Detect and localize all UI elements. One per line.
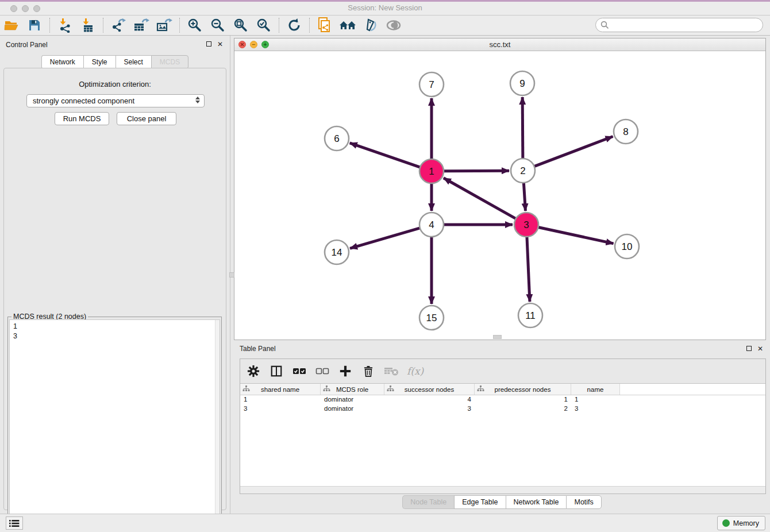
export-table-icon[interactable] (132, 17, 151, 34)
node-label-3: 3 (523, 219, 529, 230)
task-history-button[interactable] (6, 516, 23, 530)
export-network-icon[interactable] (109, 17, 128, 34)
mcds-result-lines: 1 3 (10, 320, 220, 343)
network-graph[interactable]: 7968124314101511 (234, 51, 765, 340)
edge-3-10[interactable] (538, 227, 614, 243)
column-header-name[interactable]: name (571, 384, 620, 395)
control-panel-header: Control Panel ✕ (0, 36, 230, 53)
cell-shared-name[interactable]: 3 (240, 404, 321, 414)
column-header-predecessor-nodes[interactable]: predecessor nodes (475, 384, 571, 395)
table-body[interactable]: 1dominator4113dominator323 (240, 395, 765, 486)
horizontal-splitter-handle[interactable] (493, 335, 502, 339)
network-window-titlebar[interactable]: ✕ − + scc.txt (234, 38, 765, 51)
edge-3-1[interactable] (444, 178, 516, 219)
edge-1-6[interactable] (350, 143, 420, 167)
column-header-shared-name[interactable]: shared name (240, 384, 321, 395)
select-all-columns-icon[interactable] (292, 364, 307, 379)
node-label-4: 4 (429, 219, 434, 230)
table-tab-motifs[interactable]: Motifs (566, 495, 601, 509)
cell-MCDS-role[interactable]: dominator (321, 404, 384, 414)
create-column-plus-icon[interactable] (338, 364, 353, 379)
cell-shared-name[interactable]: 1 (240, 395, 321, 404)
delete-column-trash-icon[interactable] (361, 364, 376, 379)
dropdown-value: strongly connected component (33, 97, 134, 105)
table-tab-edge-table[interactable]: Edge Table (454, 495, 505, 509)
edge-3-11[interactable] (527, 237, 530, 302)
clone-network-icon[interactable] (315, 17, 334, 34)
edge-1-2[interactable] (444, 171, 509, 171)
table-bottom-scroll-strip[interactable] (240, 486, 765, 494)
close-table-panel-icon[interactable]: ✕ (756, 345, 764, 353)
result-scrollbar[interactable] (215, 320, 220, 530)
vertical-splitter-handle[interactable] (229, 272, 234, 277)
run-mcds-button[interactable]: Run MCDS (55, 112, 109, 125)
zoom-in-icon[interactable] (185, 17, 205, 34)
node-label-6: 6 (334, 133, 339, 144)
close-panel-icon[interactable]: ✕ (216, 40, 224, 48)
float-table-panel-icon[interactable] (745, 345, 753, 353)
table-row[interactable]: 1dominator411 (240, 395, 765, 404)
node-label-11: 11 (525, 310, 536, 321)
network-canvas[interactable]: 7968124314101511 (234, 51, 765, 340)
control-panel-title: Control Panel (6, 41, 48, 49)
network-view-window: ✕ − + scc.txt 7968124314101511 (234, 38, 766, 340)
memory-status-icon (722, 519, 730, 527)
main-toolbar (0, 16, 770, 36)
unselect-all-columns-icon[interactable] (315, 364, 330, 379)
import-table-icon[interactable] (78, 17, 98, 34)
close-panel-button[interactable]: Close panel (117, 112, 176, 125)
cell-successor-nodes[interactable]: 3 (384, 404, 475, 414)
cell-successor-nodes[interactable]: 4 (384, 395, 475, 404)
export-image-icon[interactable] (155, 17, 174, 34)
toolbar-separator (279, 18, 279, 33)
float-panel-icon[interactable] (205, 40, 213, 48)
cell-name[interactable]: 3 (571, 404, 620, 414)
search-input[interactable] (612, 21, 763, 29)
refresh-icon[interactable] (284, 17, 304, 34)
show-hide-icon[interactable] (384, 17, 403, 34)
tab-mcds[interactable]: MCDS (151, 55, 188, 69)
cell-name[interactable]: 1 (571, 395, 620, 404)
toolbar-separator (309, 18, 310, 33)
memory-button[interactable]: Memory (717, 516, 765, 530)
tab-network[interactable]: Network (41, 55, 83, 69)
node-label-10: 10 (622, 241, 633, 252)
table-settings-gear-icon[interactable] (246, 364, 261, 379)
edge-2-9[interactable] (522, 97, 523, 159)
node-label-14: 14 (332, 247, 342, 258)
search-box[interactable] (595, 18, 763, 32)
node-label-1: 1 (429, 166, 434, 177)
cell-predecessor-nodes[interactable]: 2 (475, 404, 571, 414)
node-table: shared nameMCDS rolesuccessor nodesprede… (240, 383, 765, 494)
cell-predecessor-nodes[interactable]: 1 (475, 395, 571, 404)
zoom-fit-icon[interactable] (231, 17, 251, 34)
table-tab-network-table[interactable]: Network Table (506, 495, 567, 509)
table-tab-node-table[interactable]: Node Table (402, 495, 454, 509)
control-panel: Control Panel ✕ Network Style Select MCD… (0, 36, 230, 514)
import-network-icon[interactable] (55, 17, 75, 34)
column-header-MCDS-role[interactable]: MCDS role (321, 384, 384, 395)
edge-4-14[interactable] (350, 228, 420, 248)
node-label-2: 2 (520, 165, 525, 176)
edge-2-8[interactable] (534, 137, 613, 167)
node-label-9: 9 (519, 78, 525, 89)
zoom-out-icon[interactable] (208, 17, 228, 34)
open-file-icon[interactable] (2, 17, 21, 34)
optimization-criterion-dropdown[interactable]: strongly connected component (26, 94, 205, 107)
cell-MCDS-role[interactable]: dominator (321, 395, 384, 404)
edge-2-3[interactable] (523, 183, 525, 211)
tab-style[interactable]: Style (83, 55, 116, 69)
table-panel: Table Panel ✕ (234, 340, 770, 514)
save-session-icon[interactable] (25, 17, 44, 34)
hide-labels-icon[interactable] (361, 17, 380, 34)
first-neighbors-icon[interactable] (338, 17, 357, 34)
show-column-panel-icon[interactable] (269, 364, 284, 379)
column-header-successor-nodes[interactable]: successor nodes (384, 384, 475, 395)
table-row[interactable]: 3dominator323 (240, 404, 765, 414)
table-toolbar: f(x) (240, 359, 765, 383)
table-tabs: Node TableEdge TableNetwork TableMotifs (234, 495, 770, 509)
zoom-selected-icon[interactable] (254, 17, 274, 34)
optimization-criterion-label: Optimization criterion: (4, 80, 226, 88)
mcds-result-area[interactable]: 1 3 (9, 319, 220, 530)
tab-select[interactable]: Select (116, 55, 151, 69)
